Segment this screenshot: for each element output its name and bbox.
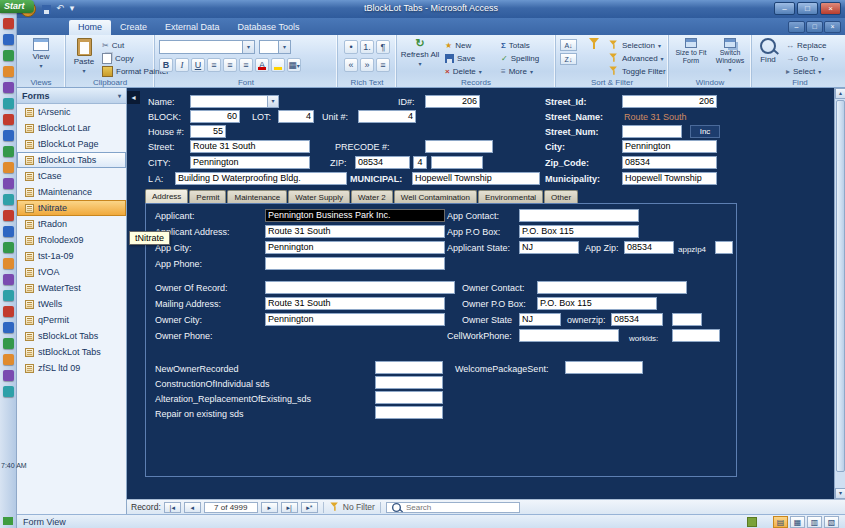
- municipality-field[interactable]: Hopewell Township: [622, 172, 717, 185]
- nav-item-twatertest[interactable]: tWaterTest: [17, 280, 126, 296]
- nav-pane-header[interactable]: Forms ▾: [17, 88, 126, 104]
- zip-code-field[interactable]: 08534: [622, 156, 717, 169]
- doc-restore-button[interactable]: □: [806, 21, 823, 33]
- toggle-filter-button[interactable]: Toggle Filter: [608, 65, 666, 77]
- nav-item-tvoa[interactable]: tVOA: [17, 264, 126, 280]
- unit-field[interactable]: 4: [358, 110, 416, 123]
- taskbar-icon[interactable]: [3, 338, 14, 349]
- new-record-button[interactable]: ▸*: [301, 502, 318, 513]
- ribbon-tab-external-data[interactable]: External Data: [156, 20, 229, 35]
- chevron-down-icon[interactable]: ▾: [278, 41, 290, 53]
- form-tab-water-supply[interactable]: Water Supply: [288, 190, 350, 203]
- taskbar-icon[interactable]: [3, 258, 14, 269]
- taskbar-icon[interactable]: [3, 370, 14, 381]
- nav-item-tst-1a-09[interactable]: tst-1a-09: [17, 248, 126, 264]
- taskbar-bottom-icon[interactable]: [3, 517, 13, 525]
- nav-item-sblocklot-tabs[interactable]: sBlockLot Tabs: [17, 328, 126, 344]
- first-record-button[interactable]: |◂: [164, 502, 181, 513]
- app-city-field[interactable]: Pennington: [265, 241, 445, 254]
- nav-item-tarsenic[interactable]: tArsenic: [17, 104, 126, 120]
- zip-extra-field[interactable]: [431, 156, 483, 169]
- align-center-button[interactable]: ≡: [223, 58, 237, 72]
- font-size-combo[interactable]: ▾: [259, 40, 291, 54]
- taskbar-icon[interactable]: [3, 34, 14, 45]
- spelling-button[interactable]: ✓Spelling: [501, 52, 539, 64]
- gridlines-button[interactable]: ▦▾: [287, 58, 301, 72]
- increase-indent-button[interactable]: »: [360, 58, 374, 72]
- last-record-button[interactable]: ▸|: [281, 502, 298, 513]
- size-to-fit-form-button[interactable]: Size to Fit Form: [672, 38, 710, 65]
- scroll-down-icon[interactable]: ▾: [835, 488, 845, 499]
- font-name-combo[interactable]: ▾: [159, 40, 255, 54]
- ribbon-tab-home[interactable]: Home: [69, 20, 111, 35]
- street-num-inc-box[interactable]: Inc: [690, 125, 720, 138]
- taskbar-icon[interactable]: [3, 354, 14, 365]
- form-tab-environmental[interactable]: Environmental: [478, 190, 543, 203]
- paragraph-button[interactable]: ¶: [376, 40, 390, 54]
- filter-indicator[interactable]: No Filter: [329, 501, 375, 513]
- construction-field[interactable]: [375, 376, 443, 389]
- record-position[interactable]: 7 of 4999: [204, 502, 258, 513]
- cellworkphone-field[interactable]: [519, 329, 619, 342]
- nav-item-trolodex09[interactable]: tRolodex09: [17, 232, 126, 248]
- doc-close-button[interactable]: ×: [824, 21, 841, 33]
- text-options-button[interactable]: ≡: [376, 58, 390, 72]
- app-phone-field[interactable]: [265, 257, 445, 270]
- form-tab-permit[interactable]: Permit: [189, 190, 226, 203]
- ribbon-tab-database-tools[interactable]: Database Tools: [229, 20, 309, 35]
- new-owner-recorded-field[interactable]: [375, 361, 443, 374]
- id-field[interactable]: 206: [425, 95, 480, 108]
- street-num-field[interactable]: [622, 125, 682, 138]
- nav-item-tblocklot-page[interactable]: tBlockLot Page: [17, 136, 126, 152]
- taskbar-icon[interactable]: [3, 226, 14, 237]
- highlight-color-button[interactable]: [271, 58, 285, 72]
- refresh-all-button[interactable]: ↻ Refresh All ▾: [399, 38, 441, 69]
- vertical-scrollbar[interactable]: ▴ ▾: [834, 88, 845, 499]
- ownerzip-field[interactable]: 08534: [611, 313, 663, 326]
- nav-item-stblocklot-tabs[interactable]: stBlockLot Tabs: [17, 344, 126, 360]
- nav-item-twells[interactable]: tWells: [17, 296, 126, 312]
- nav-item-tcase[interactable]: tCase: [17, 168, 126, 184]
- paste-button[interactable]: Paste ▾: [69, 38, 99, 76]
- layout-view-button[interactable]: ▥: [807, 516, 822, 528]
- numbering-button[interactable]: 1.: [360, 40, 374, 54]
- selection-button[interactable]: Selection▾: [608, 39, 666, 51]
- owner-po-box-field[interactable]: P.O. Box 115: [537, 297, 657, 310]
- bold-button[interactable]: B: [159, 58, 173, 72]
- sort-ascending-button[interactable]: A↓: [560, 39, 577, 51]
- taskbar-icon[interactable]: [3, 178, 14, 189]
- house-field[interactable]: 55: [190, 125, 226, 138]
- mailing-address-field[interactable]: Route 31 South: [265, 297, 445, 310]
- nav-item-tblocklot-lar[interactable]: tBlockLot Lar: [17, 120, 126, 136]
- find-button[interactable]: Find: [754, 38, 782, 64]
- previous-record-button[interactable]: ◂: [184, 502, 201, 513]
- taskbar-icon[interactable]: [3, 50, 14, 61]
- font-color-button[interactable]: A: [255, 58, 269, 72]
- workids-field[interactable]: [672, 329, 720, 342]
- lot-field[interactable]: 4: [278, 110, 314, 123]
- taskbar-icon[interactable]: [3, 322, 14, 333]
- nav-item-qpermit[interactable]: qPermit: [17, 312, 126, 328]
- precode-field[interactable]: [425, 140, 493, 153]
- form-tab-address[interactable]: Address: [145, 189, 188, 203]
- app-po-box-field[interactable]: P.O. Box 115: [519, 225, 639, 238]
- applicant-field[interactable]: Pennington Business Park Inc.: [265, 209, 445, 222]
- ownerzip4-field[interactable]: [672, 313, 702, 326]
- block-field[interactable]: 60: [190, 110, 240, 123]
- taskbar-icon[interactable]: [3, 66, 14, 77]
- taskbar-icon[interactable]: [3, 82, 14, 93]
- taskbar-icon[interactable]: [3, 194, 14, 205]
- doc-minimize-button[interactable]: –: [788, 21, 805, 33]
- new-record-button[interactable]: ★New: [445, 39, 482, 51]
- name-field[interactable]: [190, 95, 268, 108]
- taskbar-icon[interactable]: [3, 18, 14, 29]
- taskbar-icon[interactable]: [3, 386, 14, 397]
- owner-of-record-field[interactable]: [265, 281, 455, 294]
- decrease-indent-button[interactable]: «: [344, 58, 358, 72]
- filter-button[interactable]: [582, 38, 606, 50]
- minimize-button[interactable]: –: [774, 2, 795, 15]
- applicant-address-field[interactable]: Route 31 South: [265, 225, 445, 238]
- form-tab-water-2[interactable]: Water 2: [351, 190, 393, 203]
- delete-record-button[interactable]: ×Delete▾: [445, 65, 482, 77]
- align-right-button[interactable]: ≡: [239, 58, 253, 72]
